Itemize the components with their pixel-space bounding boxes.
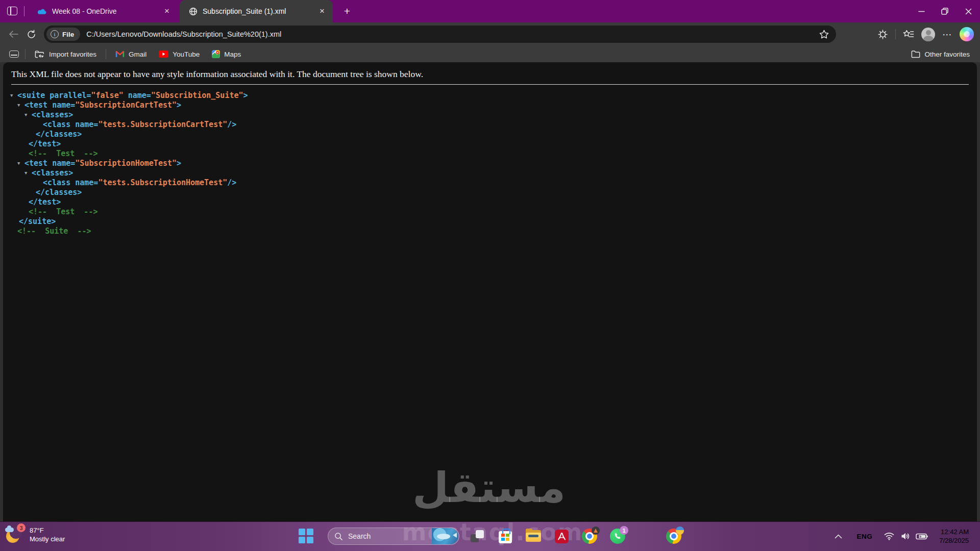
toolbar-divider [895,29,896,39]
bookmark-youtube-label: YouTube [173,51,200,58]
chrome-profile2-button[interactable] [666,528,682,544]
chrome-profile-badge [592,527,600,535]
xml-token-tag: <suite parallel= [17,91,91,100]
collapse-arrow-icon[interactable]: ▼ [24,110,32,120]
chrome-profile1-button[interactable] [581,528,598,544]
collapse-arrow-icon[interactable]: ▼ [17,101,24,110]
bookmark-gmail[interactable]: Gmail [112,47,150,61]
xml-token-tag: <class name= [43,178,98,187]
onedrive-icon [37,8,47,15]
weather-widget[interactable]: 3 87°F Mostly clear [5,524,65,545]
address-bar[interactable]: i File C:/Users/Lenovo/Downloads/Subscri… [44,26,836,43]
profile-avatar[interactable] [921,28,935,41]
xml-line: <class name="tests.SubscriptionCartTest"… [3,120,977,130]
close-window-button[interactable] [957,0,980,22]
url-scheme-label: File [62,31,74,38]
favorites-list-icon[interactable] [903,30,914,39]
xml-token-tag: <class name= [43,120,98,129]
xml-line: </test> [3,197,977,207]
battery-charging-icon[interactable] [914,528,930,544]
weather-badge: 3 [17,523,26,532]
xml-token-tag: > [243,91,248,100]
taskbar-clock[interactable]: 12:42 AM 7/28/2025 [939,528,969,545]
back-button[interactable] [6,29,21,40]
xml-token-val: "SubscriptionCartTest" [75,101,177,110]
collapse-arrow-icon[interactable]: ▼ [24,168,32,178]
url-scheme-chip[interactable]: i File [46,28,80,41]
xml-line: </classes> [3,188,977,197]
url-text[interactable]: C:/Users/Lenovo/Downloads/Subscription_S… [86,30,819,38]
collapse-arrow-icon[interactable]: ▼ [17,159,24,168]
weather-moon-icon: 3 [5,524,24,545]
tab-title: Week 08 - OneDrive [52,7,161,15]
taskbar-search-box[interactable]: Search [328,528,459,545]
xml-line: </suite> [3,217,977,227]
xml-line: ▼<test name="SubscriptionHomeTest"> [3,159,977,168]
task-view-button[interactable] [469,528,485,544]
xml-token-tag: </classes> [36,130,82,139]
tab-close-icon[interactable]: × [161,6,173,17]
acrobat-button[interactable] [553,528,570,544]
microsoft-store-button[interactable] [497,528,513,544]
refresh-button[interactable] [23,29,39,40]
xml-line: <!-- Suite --> [3,227,977,236]
tab-title: Subscription_Suite (1).xml [203,7,316,15]
favbar-divider [25,49,26,59]
tabstrip-divider [24,6,24,16]
volume-icon[interactable] [897,528,914,544]
xml-token-tag: </test> [29,197,61,207]
browser-essentials-icon[interactable] [877,29,888,40]
other-favorites-button[interactable]: Other favorites [908,47,973,61]
xml-token-tag: </suite> [19,217,56,226]
restore-button[interactable] [933,0,957,22]
xml-line: <class name="tests.SubscriptionHomeTest"… [3,178,977,188]
xml-token-val: "tests.SubscriptionCartTest" [98,120,227,129]
xml-token-val: "false" [91,91,124,100]
xml-line: <!-- Test --> [3,207,977,217]
bookmark-maps-label: Maps [224,51,241,58]
xml-token-tag: <test name= [24,101,75,110]
tray-chevron-icon[interactable] [830,528,846,544]
settings-more-icon[interactable]: ⋯ [942,29,952,40]
browser-titlebar: Week 08 - OneDrive × Subscription_Suite … [0,0,980,22]
weather-temperature: 87°F [30,526,65,535]
file-explorer-button[interactable] [525,528,542,544]
bookmark-youtube[interactable]: YouTube [156,47,203,61]
sidebar-toggle-icon[interactable] [9,51,19,58]
copilot-icon[interactable] [960,27,974,41]
new-tab-button[interactable]: + [340,5,354,18]
whatsapp-badge: 1 [620,526,628,535]
xml-line: ▼<test name="SubscriptionCartTest"> [3,101,977,110]
xml-token-com: <!-- Test --> [29,149,97,158]
workspaces-icon[interactable] [7,7,17,15]
tray-date: 7/28/2025 [939,536,969,545]
xml-token-com: <!-- Test --> [29,207,97,216]
tab-subscription-suite-xml[interactable]: Subscription_Suite (1).xml × [180,0,333,22]
xml-token-tag: > [177,101,181,110]
minimize-button[interactable] [910,0,933,22]
start-button[interactable] [299,529,314,544]
tab-week08-onedrive[interactable]: Week 08 - OneDrive × [28,0,178,22]
xml-token-tag: /> [227,178,236,187]
import-favorites-label: Import favorites [49,51,96,58]
window-controls [910,0,980,22]
xml-token-val: "tests.SubscriptionHomeTest" [98,178,227,187]
wifi-icon[interactable] [881,528,897,544]
import-favorites-button[interactable]: Import favorites [32,47,100,61]
xml-token-tag: </classes> [36,188,82,197]
bookmark-maps[interactable]: Maps [209,47,244,61]
weather-condition: Mostly clear [30,535,65,543]
globe-icon [189,7,198,16]
xml-token-tag: name= [124,91,151,100]
search-placeholder: Search [348,532,432,540]
favbar-divider [106,49,106,59]
language-indicator[interactable]: ENG [853,528,876,544]
whatsapp-button[interactable]: 1 [609,528,626,544]
xml-token-tag: > [177,159,181,168]
page-info-icon[interactable]: i [51,30,59,38]
favorite-star-icon[interactable] [819,30,829,39]
other-favorites-label: Other favorites [924,51,970,58]
search-highlight-image[interactable] [432,528,458,544]
collapse-arrow-icon[interactable]: ▼ [10,91,17,101]
tab-close-icon[interactable]: × [316,6,328,17]
